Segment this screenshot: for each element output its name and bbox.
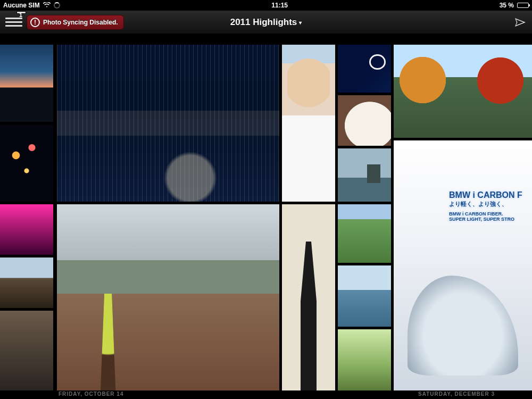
battery-icon: [517, 3, 529, 8]
photo-thumbnail[interactable]: [57, 45, 279, 202]
share-button[interactable]: [514, 16, 527, 29]
statusbar-right: 35 %: [500, 2, 529, 9]
photo-thumbnail[interactable]: [338, 329, 391, 390]
photo-thumbnail[interactable]: BMW i CARBON F より軽く、より強く、 BMW i CARBON F…: [394, 140, 532, 390]
carrier-label: Aucune SIM: [3, 2, 40, 9]
photo-thumbnail[interactable]: [0, 311, 53, 390]
menu-badge: 1: [17, 12, 26, 13]
photo-thumbnail[interactable]: [338, 95, 391, 146]
battery-percent: 35 %: [500, 2, 514, 9]
sync-warning-label: Photo Syncing Disabled.: [43, 19, 118, 26]
photo-thumbnail[interactable]: [282, 204, 335, 390]
date-divider-label: SATURDAY, DECEMBER 3: [418, 391, 495, 397]
photo-thumbnail[interactable]: [57, 204, 279, 390]
photo-overlay-text: BMW i CARBON F より軽く、より強く、 BMW i CARBON F…: [449, 190, 532, 222]
photo-thumbnail[interactable]: [0, 257, 53, 308]
menu-button[interactable]: 1: [5, 14, 22, 31]
sync-warning-pill[interactable]: ! Photo Syncing Disabled.: [27, 15, 124, 30]
photo-thumbnail[interactable]: [0, 45, 53, 122]
wifi-icon: [43, 2, 51, 9]
photo-thumbnail[interactable]: [338, 148, 391, 202]
photo-thumbnail[interactable]: [338, 204, 391, 263]
photo-thumbnail[interactable]: [0, 124, 53, 202]
album-title-label: 2011 Highlights: [230, 17, 297, 27]
loading-spinner-icon: [54, 2, 60, 9]
date-divider-label: FRIDAY, OCTOBER 14: [59, 391, 123, 397]
photo-thumbnail[interactable]: [282, 45, 335, 202]
photo-thumbnail[interactable]: [338, 45, 391, 93]
app-toolbar: 1 ! Photo Syncing Disabled. 2011 Highlig…: [0, 11, 532, 34]
photo-thumbnail[interactable]: [338, 265, 391, 327]
chevron-down-icon: ▾: [299, 20, 302, 26]
statusbar-time: 11:15: [60, 2, 500, 9]
ios-statusbar: Aucune SIM 11:15 35 %: [0, 0, 532, 11]
photo-gallery[interactable]: BMW i CARBON F より軽く、より強く、 BMW i CARBON F…: [0, 34, 532, 399]
statusbar-left: Aucune SIM: [3, 2, 60, 9]
photo-thumbnail[interactable]: [394, 45, 532, 138]
photo-thumbnail[interactable]: [0, 204, 53, 255]
alert-icon: !: [30, 18, 40, 27]
